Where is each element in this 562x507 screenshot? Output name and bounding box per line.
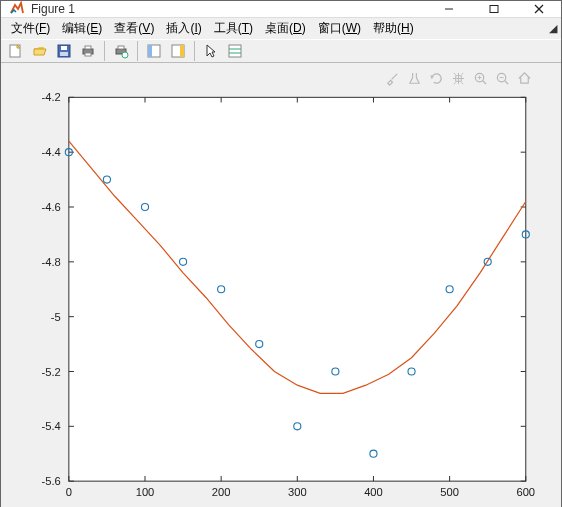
svg-point-13: [122, 52, 128, 58]
ytick-label: -4.2: [41, 91, 60, 103]
minimize-button[interactable]: [426, 1, 471, 17]
matlab-icon: [9, 1, 25, 17]
svg-rect-10: [85, 53, 91, 56]
menubar-overflow-icon[interactable]: ◢: [549, 22, 557, 35]
xtick-label: 500: [440, 486, 459, 498]
svg-rect-12: [118, 46, 124, 49]
ytick-label: -5.4: [41, 420, 60, 432]
menu-w[interactable]: 窗口(W): [312, 18, 367, 39]
menu-i[interactable]: 插入(I): [160, 18, 207, 39]
new-figure-icon[interactable]: [5, 40, 27, 62]
zoom-in-icon[interactable]: [471, 69, 489, 87]
maximize-button[interactable]: [471, 1, 516, 17]
ytick-label: -4.4: [41, 146, 60, 158]
svg-rect-15: [148, 45, 152, 57]
toolbar-separator: [104, 41, 105, 61]
zoom-out-icon[interactable]: [493, 69, 511, 87]
svg-rect-9: [85, 46, 91, 49]
save-icon[interactable]: [53, 40, 75, 62]
ytick-label: -5: [51, 311, 61, 323]
xtick-label: 0: [66, 486, 72, 498]
window-title: Figure 1: [31, 2, 426, 16]
xtick-label: 100: [136, 486, 155, 498]
menu-h[interactable]: 帮助(H): [367, 18, 420, 39]
rotate-icon[interactable]: [427, 69, 445, 87]
toolbar-separator: [137, 41, 138, 61]
flask-icon[interactable]: [405, 69, 423, 87]
menubar: 文件(F)编辑(E)查看(V)插入(I)工具(T)桌面(D)窗口(W)帮助(H)…: [1, 18, 561, 39]
print-icon[interactable]: [77, 40, 99, 62]
toolbar-separator: [194, 41, 195, 61]
home-icon[interactable]: [515, 69, 533, 87]
xtick-label: 300: [288, 486, 307, 498]
svg-rect-17: [180, 45, 184, 57]
chart[interactable]: 0100200300400500600-5.6-5.4-5.2-5-4.8-4.…: [13, 75, 541, 507]
ytick-label: -4.6: [41, 201, 60, 213]
pointer-icon[interactable]: [200, 40, 222, 62]
colorbar-icon[interactable]: [167, 40, 189, 62]
svg-line-26: [504, 80, 507, 83]
svg-line-22: [482, 80, 485, 83]
xtick-label: 200: [212, 486, 231, 498]
toolbar: [1, 39, 561, 63]
menu-d[interactable]: 桌面(D): [259, 18, 312, 39]
figure-window: Figure 1 文件(F)编辑(E)查看(V)插入(I)工具(T)桌面(D)窗…: [0, 0, 562, 507]
open-icon[interactable]: [29, 40, 51, 62]
ytick-label: -5.2: [41, 366, 60, 378]
menu-e[interactable]: 编辑(E): [56, 18, 108, 39]
menu-f[interactable]: 文件(F): [5, 18, 56, 39]
titlebar: Figure 1: [1, 1, 561, 18]
axes-toolbar: [383, 69, 533, 87]
svg-rect-18: [229, 45, 241, 57]
data-cursor-icon[interactable]: [224, 40, 246, 62]
plot-area: 0100200300400500600-5.6-5.4-5.2-5-4.8-4.…: [1, 63, 561, 507]
ytick-label: -4.8: [41, 256, 60, 268]
svg-rect-7: [60, 52, 68, 56]
close-button[interactable]: [516, 1, 561, 17]
ytick-label: -5.6: [41, 475, 60, 487]
xtick-label: 600: [516, 486, 535, 498]
print-preview-icon[interactable]: [110, 40, 132, 62]
svg-rect-6: [61, 46, 67, 50]
menu-v[interactable]: 查看(V): [108, 18, 160, 39]
svg-rect-1: [490, 6, 498, 13]
menu-t[interactable]: 工具(T): [208, 18, 259, 39]
brush-icon[interactable]: [383, 69, 401, 87]
axes-box: [69, 97, 526, 481]
window-controls: [426, 1, 561, 17]
pan-icon[interactable]: [449, 69, 467, 87]
link-icon[interactable]: [143, 40, 165, 62]
xtick-label: 400: [364, 486, 383, 498]
